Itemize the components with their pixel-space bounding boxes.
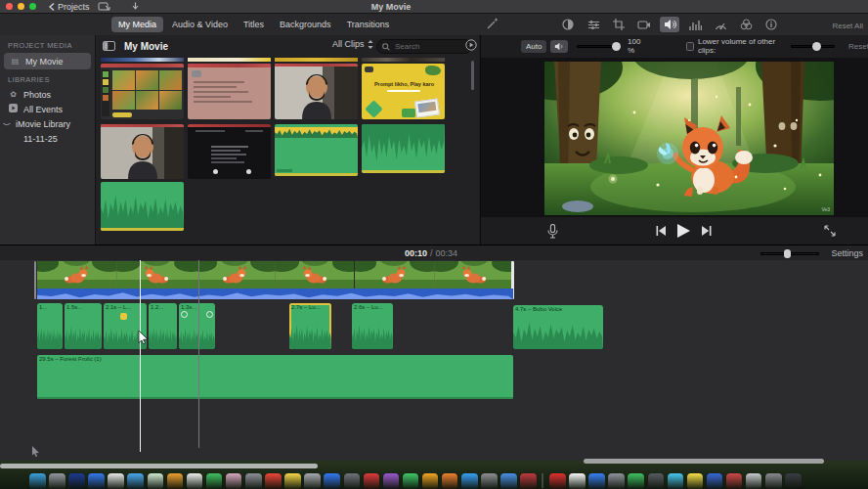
- media-thumbnail-partial[interactable]: [362, 58, 445, 62]
- sidebar-item-my-movie[interactable]: ▤ My Movie: [4, 53, 91, 69]
- audio-clip[interactable]: 1...: [37, 303, 63, 349]
- timeline-zoom-knob[interactable]: [784, 249, 791, 258]
- crop-button[interactable]: [609, 17, 629, 32]
- media-thumbnail-audio-wave-2[interactable]: [101, 182, 184, 231]
- timeline-settings-button[interactable]: Settings: [831, 248, 863, 258]
- dock-app-icon[interactable]: [687, 473, 704, 489]
- dock-app-icon[interactable]: [383, 473, 400, 489]
- dock-app-icon[interactable]: [707, 473, 723, 489]
- fade-handle[interactable]: [206, 311, 213, 318]
- timeline-zoom-slider[interactable]: [760, 252, 819, 255]
- dock-app-icon[interactable]: [746, 473, 762, 489]
- dock-app-icon[interactable]: [265, 473, 282, 489]
- dock-app-icon[interactable]: [569, 473, 586, 489]
- dock-app-icon[interactable]: [29, 473, 46, 489]
- dock-app-icon[interactable]: [481, 473, 498, 489]
- search-input[interactable]: [393, 41, 459, 52]
- media-thumbnail-audio-wave[interactable]: [362, 124, 445, 173]
- dock-app-icon[interactable]: [785, 473, 802, 489]
- media-thumbnail-audio-yellow[interactable]: [275, 124, 358, 176]
- audio-clip[interactable]: 2.6s – Lu...: [352, 303, 393, 349]
- sidebar-item-event-date[interactable]: 11-11-25: [0, 131, 95, 146]
- video-clip-audio-strip[interactable]: [37, 289, 513, 299]
- tab-my-media[interactable]: My Media: [111, 17, 163, 32]
- speed-button[interactable]: [711, 17, 730, 32]
- stabilization-button[interactable]: [634, 17, 654, 32]
- import-media-button[interactable]: [98, 2, 110, 11]
- media-thumbnail-partial[interactable]: [101, 58, 184, 62]
- clip-filter-dropdown[interactable]: All Clips: [332, 39, 373, 49]
- lower-volume-slider[interactable]: [791, 45, 835, 48]
- audio-clip-selected[interactable]: 2.7s – Lu...: [289, 303, 331, 349]
- dock-app-icon[interactable]: [608, 473, 625, 489]
- media-thumbnail-partial[interactable]: [275, 58, 358, 62]
- play-button[interactable]: [677, 224, 690, 238]
- zoom-window-button[interactable]: [29, 3, 36, 10]
- close-window-button[interactable]: [6, 3, 13, 10]
- dock-app-icon[interactable]: [403, 473, 419, 489]
- autoplay-button[interactable]: [465, 39, 477, 51]
- reset-all-button[interactable]: Reset All: [832, 22, 863, 30]
- tab-titles[interactable]: Titles: [237, 17, 271, 32]
- media-thumbnail-code-screen[interactable]: [188, 124, 271, 179]
- skip-forward-button[interactable]: [702, 226, 712, 236]
- audio-clip[interactable]: 1.5s...: [65, 303, 102, 349]
- sidebar-item-imovie-library[interactable]: ❭ iMovie Library: [0, 116, 95, 131]
- dock-app-icon[interactable]: [187, 473, 203, 489]
- dock-app-icon[interactable]: [324, 473, 340, 489]
- dock-app-icon[interactable]: [344, 473, 361, 489]
- music-clip[interactable]: 29.5s – Forest Frolic (1): [37, 355, 513, 399]
- dock-app-icon[interactable]: [461, 473, 478, 489]
- auto-volume-button[interactable]: Auto: [521, 40, 546, 53]
- video-preview[interactable]: Ve3: [544, 62, 834, 215]
- dock-app-icon[interactable]: [167, 473, 184, 489]
- media-scrollbar[interactable]: [471, 61, 474, 90]
- media-thumbnail-partial[interactable]: [188, 58, 271, 62]
- media-thumbnail-presenter[interactable]: [275, 64, 358, 119]
- tab-audio-video[interactable]: Audio & Video: [165, 17, 235, 32]
- video-clip-filmstrip[interactable]: [37, 261, 513, 289]
- dock-app-icon[interactable]: [500, 473, 517, 489]
- dock-app-icon[interactable]: [628, 473, 644, 489]
- clip-info-button[interactable]: [761, 17, 781, 32]
- dock-app-icon[interactable]: [364, 473, 380, 489]
- fade-handle[interactable]: [181, 311, 188, 318]
- media-thumbnail-fox-grid[interactable]: [101, 64, 184, 119]
- dock-app-icon[interactable]: [88, 473, 105, 489]
- dock-app-icon[interactable]: [245, 473, 262, 489]
- download-arrow-button[interactable]: [131, 2, 140, 11]
- mute-button[interactable]: [550, 40, 568, 53]
- volume-button[interactable]: [660, 17, 679, 32]
- minimize-window-button[interactable]: [18, 3, 24, 10]
- clip-filter-button[interactable]: [736, 17, 756, 32]
- dock-app-icon[interactable]: [304, 473, 321, 489]
- dock-app-icon[interactable]: [726, 473, 743, 489]
- playhead[interactable]: [140, 260, 141, 452]
- dock-app-icon[interactable]: [148, 473, 164, 489]
- audio-clip[interactable]: 1.3s...: [179, 303, 215, 349]
- media-thumbnail-document[interactable]: [188, 64, 271, 119]
- lower-volume-checkbox[interactable]: [686, 42, 694, 51]
- dock-app-icon[interactable]: [226, 473, 242, 489]
- dock-app-icon[interactable]: [108, 473, 124, 489]
- dock-app-icon[interactable]: [549, 473, 566, 489]
- dock-app-icon[interactable]: [765, 473, 782, 489]
- color-correction-button[interactable]: [584, 17, 603, 32]
- dock-app-icon[interactable]: [127, 473, 144, 489]
- media-thumbnail-presenter-2[interactable]: [101, 124, 184, 179]
- noise-reduction-button[interactable]: [685, 17, 705, 32]
- volume-reset-button[interactable]: Reset: [848, 42, 868, 51]
- skip-backward-button[interactable]: [656, 226, 666, 236]
- dock-app-icon[interactable]: [442, 473, 458, 489]
- lower-volume-slider-knob[interactable]: [812, 42, 821, 51]
- color-balance-button[interactable]: [558, 17, 578, 32]
- record-voiceover-button[interactable]: [547, 224, 558, 239]
- tab-transitions[interactable]: Transitions: [340, 17, 397, 32]
- dock-app-icon[interactable]: [68, 473, 85, 489]
- sidebar-item-all-events[interactable]: All Events: [0, 102, 95, 116]
- media-thumbnail-promo[interactable]: Prompt likho, Play karo: [362, 64, 445, 119]
- clip-trim-handle-left[interactable]: [34, 261, 36, 299]
- volume-slider[interactable]: [577, 45, 620, 48]
- dock-app-icon[interactable]: [206, 473, 223, 489]
- tab-backgrounds[interactable]: Backgrounds: [273, 17, 338, 32]
